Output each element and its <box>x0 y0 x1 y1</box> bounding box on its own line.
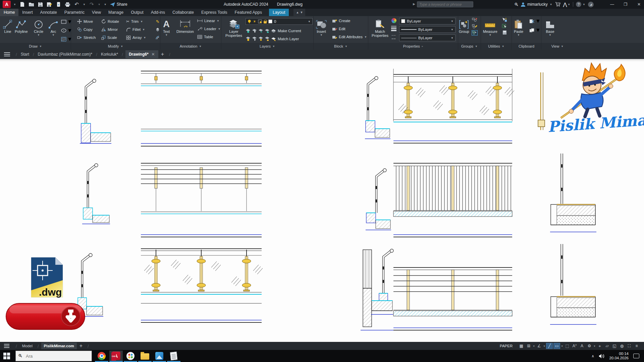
file-tab-davlumbaz[interactable]: Davlumbaz (PislikMimar.com)* <box>37 50 94 58</box>
search-expand-icon[interactable]: ▶ <box>413 2 415 6</box>
qat-menu-caret-icon[interactable]: ▼ <box>104 3 107 6</box>
clean-screen-icon[interactable]: ⛶ <box>626 343 633 349</box>
copy-clip-icon[interactable]: ▼ <box>529 27 541 33</box>
close-tab-icon[interactable]: ✕ <box>152 52 155 57</box>
move-button[interactable]: Move <box>77 17 101 25</box>
dimension-button[interactable]: Dimension <box>176 17 194 34</box>
stretch-button[interactable]: Stretch <box>77 34 101 42</box>
file-explorer-icon[interactable] <box>138 351 152 361</box>
file-tab-korkuluk[interactable]: Korkuluk* <box>100 50 119 58</box>
layer-isolate-icon[interactable] <box>246 28 251 33</box>
layer-properties-button[interactable]: Layer Properties <box>224 17 244 38</box>
undo-caret-icon[interactable]: ▼ <box>83 3 86 6</box>
fillet-button[interactable]: Fillet▼ <box>126 25 154 34</box>
make-current-button[interactable]: Make Current <box>271 27 301 35</box>
download-button[interactable] <box>6 303 85 329</box>
restore-button[interactable]: ❐ <box>621 2 631 7</box>
units-icon[interactable]: ▱ <box>604 343 610 349</box>
taskbar-clock[interactable]: 00:14 20.04.2026 <box>609 352 629 360</box>
panel-label-utilities[interactable]: Utilities▼ <box>481 43 512 50</box>
paste-button[interactable]: Paste▼ <box>514 17 523 37</box>
minimize-button[interactable]: — <box>607 2 617 7</box>
copy-button[interactable]: Copy <box>77 25 101 34</box>
quick-calc-icon[interactable] <box>502 30 507 35</box>
autodesk-logo-icon[interactable]: ⋀ <box>563 2 567 7</box>
match-properties-button[interactable]: Match Properties <box>370 17 390 38</box>
tab-annotate[interactable]: Annotate <box>37 9 61 16</box>
redo-caret-icon[interactable]: ▼ <box>98 3 101 6</box>
panel-label-groups[interactable]: Groups▼ <box>458 43 481 50</box>
linear-dim-button[interactable]: Linear▼ <box>197 17 221 25</box>
layer-on-bulb-icon[interactable] <box>248 19 251 23</box>
new-file-icon[interactable] <box>19 2 25 7</box>
polar-tracking-icon[interactable]: ∠ <box>536 343 542 349</box>
layer-thaw-all-icon[interactable] <box>252 37 257 41</box>
close-button[interactable]: ✕ <box>634 2 644 7</box>
create-block-button[interactable]: Create <box>332 17 367 25</box>
layer-on-off-icon[interactable] <box>246 37 251 41</box>
autodesk-caret-icon[interactable]: ▼ <box>568 3 570 6</box>
polyline-button[interactable]: Polyline <box>15 17 28 34</box>
quick-select-icon[interactable] <box>502 17 507 22</box>
snap-toggle-icon[interactable]: ⊞ <box>525 343 532 349</box>
rotate-button[interactable]: Rotate <box>101 17 126 25</box>
user-avatar-icon[interactable] <box>521 2 526 7</box>
layer-vp-freeze-icon[interactable] <box>258 19 262 23</box>
layer-color-swatch[interactable] <box>268 19 272 23</box>
hatch-tool-icon[interactable]: ▼ <box>61 36 72 42</box>
print-icon[interactable] <box>65 2 70 7</box>
tab-insert[interactable]: Insert <box>18 9 36 16</box>
match-layer-button[interactable]: Match Layer <box>271 35 299 43</box>
group-edit-icon[interactable] <box>472 24 478 28</box>
paper-space-badge[interactable]: PAPER <box>498 343 515 349</box>
app-menu-caret-icon[interactable]: ▼ <box>13 3 16 6</box>
cart-icon[interactable] <box>555 2 560 7</box>
text-button[interactable]: A Text▼ <box>163 17 170 37</box>
rectangle-tool-icon[interactable]: ▼ <box>61 19 72 25</box>
tab-express-tools[interactable]: Express Tools <box>198 9 231 16</box>
open-folder-icon[interactable] <box>29 2 34 7</box>
photos-app-icon[interactable] <box>153 351 166 361</box>
panel-label-view[interactable]: View▼ <box>541 43 574 50</box>
layer-unlock-icon[interactable] <box>265 37 270 41</box>
panel-label-properties[interactable]: Properties» <box>368 43 458 50</box>
tab-manage[interactable]: Manage <box>105 9 127 16</box>
panel-label-block[interactable]: Block▼ <box>314 43 368 50</box>
drawing-canvas[interactable]: Pislik Mimar <box>0 59 644 342</box>
redo-icon[interactable]: ↷ <box>89 2 95 7</box>
chrome-app-icon[interactable] <box>95 351 108 361</box>
username-label[interactable]: mimarlucky <box>527 2 548 7</box>
new-drawing-tab-button[interactable]: + <box>161 51 164 57</box>
tab-parametric[interactable]: Parametric <box>61 9 88 16</box>
group-selection-toggle-icon[interactable] <box>472 30 478 36</box>
layer-sun-small-icon[interactable] <box>258 37 263 41</box>
measure-button[interactable]: Measure▼ <box>483 17 497 37</box>
panel-label-modify[interactable]: Modify▼ <box>71 43 160 50</box>
start-button[interactable] <box>3 353 10 361</box>
taskbar-search-input[interactable] <box>15 351 92 361</box>
select-similar-icon[interactable] <box>502 24 507 28</box>
save-as-icon[interactable] <box>47 2 52 7</box>
leader-button[interactable]: Leader▼ <box>197 25 221 33</box>
trim-button[interactable]: ✂Trim▼ <box>126 17 154 25</box>
layer-lock-small-icon[interactable] <box>265 28 270 33</box>
group-button[interactable]: Group <box>459 17 469 34</box>
open-from-web-icon[interactable] <box>56 2 61 7</box>
file-tab-drawing6[interactable]: Drawing6*✕ <box>125 50 158 58</box>
ortho-toggle-icon[interactable]: ╱ <box>546 343 553 349</box>
lineweight-dropdown[interactable]: ByLayer ▼ <box>399 26 455 33</box>
tab-view[interactable]: View <box>88 9 105 16</box>
panel-label-draw[interactable]: Draw▼ <box>0 43 71 50</box>
grid-toggle-icon[interactable]: ▦ <box>518 343 525 349</box>
edit-block-button[interactable]: Edit <box>332 25 367 33</box>
help-icon[interactable]: ? <box>576 2 581 7</box>
layer-thaw-sun-icon[interactable]: ☀ <box>253 19 256 24</box>
tab-home[interactable]: Home <box>0 9 18 16</box>
table-button[interactable]: Table <box>197 33 221 41</box>
new-layout-button[interactable]: + <box>79 343 83 349</box>
notepad-app-icon[interactable] <box>167 351 180 361</box>
erase-icon[interactable]: ✎ <box>154 19 161 24</box>
line-button[interactable]: Line <box>3 17 13 34</box>
autocad-taskbar-icon[interactable]: ACAD <box>109 351 123 361</box>
paint-app-icon[interactable] <box>124 351 137 361</box>
